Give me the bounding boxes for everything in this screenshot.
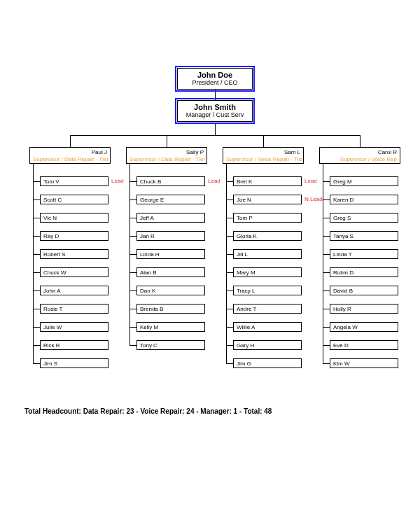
connector — [226, 254, 233, 255]
supervisor-box: Paul JSupervisor / Data Repair - Tier 1 — [29, 147, 111, 164]
connector — [323, 254, 323, 272]
supervisor-name: Sally P — [130, 149, 204, 156]
employee-name: Willie A — [237, 324, 255, 330]
employee-box: Jim G — [233, 358, 302, 368]
connector — [33, 181, 34, 200]
employee-box: George E — [136, 195, 205, 204]
employee-box: John A — [40, 286, 108, 295]
connector — [33, 218, 34, 236]
connector — [360, 135, 360, 147]
employee-name: Chuck B — [140, 178, 161, 185]
employee-name: Scott C — [43, 197, 62, 203]
connector — [323, 345, 323, 363]
employee-box: Jan R — [136, 231, 205, 241]
connector — [33, 254, 34, 272]
employee-name: Joe N — [237, 197, 251, 203]
connector — [130, 290, 136, 291]
connector — [33, 181, 40, 182]
connector — [323, 218, 323, 236]
connector — [215, 122, 216, 135]
connector — [226, 309, 227, 327]
supervisor-box: Carol RSupervisor / Voice Rep — [319, 147, 400, 164]
employee-name: George E — [140, 197, 164, 203]
connector — [33, 272, 40, 273]
employee-name: Kim W — [333, 360, 350, 367]
connector — [33, 164, 34, 181]
connector — [33, 309, 40, 309]
connector — [33, 218, 40, 218]
connector — [130, 345, 136, 346]
employee-name: Dan K — [140, 288, 155, 294]
employee-box: Tanya S — [330, 231, 398, 241]
supervisor-title: Supervisor / Data Repair - Tier 2 — [130, 156, 204, 163]
supervisor-box: Sally PSupervisor / Data Repair - Tier 2 — [126, 147, 207, 164]
connector — [323, 363, 330, 364]
employee-name: David B — [333, 288, 353, 294]
connector — [323, 290, 323, 309]
connector — [226, 327, 233, 328]
connector — [226, 181, 227, 200]
ceo-title: President / CEO — [178, 79, 252, 88]
employee-box: Eve D — [330, 340, 398, 350]
employee-name: Tanya S — [333, 233, 354, 239]
connector — [226, 309, 233, 309]
connector — [226, 345, 233, 346]
supervisor-title: Supervisor / Voice Rep — [323, 156, 397, 163]
employee-name: Jim G — [237, 360, 251, 367]
employee-box: Angela W — [330, 322, 398, 332]
employee-name: Karen D — [333, 197, 354, 203]
connector — [70, 135, 360, 136]
employee-box: Rick R — [40, 340, 108, 350]
employee-box: Jeff A — [136, 213, 205, 223]
role-tag: N Lead — [304, 196, 323, 202]
connector — [226, 254, 227, 272]
employee-name: Greg M — [333, 178, 352, 185]
employee-name: Tracy L — [237, 288, 255, 294]
employee-box: Gary H — [233, 340, 302, 350]
employee-box: Chuck W — [40, 267, 108, 277]
employee-name: Robert S — [43, 251, 66, 258]
employee-name: Robin D — [333, 270, 354, 276]
supervisor-box: Sam LSupervisor / Voice Repair - Tier 1 — [223, 147, 304, 164]
employee-box: Tony C — [136, 340, 205, 350]
connector — [323, 345, 330, 346]
connector — [33, 327, 34, 345]
employee-box: Julie W — [40, 322, 108, 332]
employee-box: Tom V — [40, 176, 108, 186]
employee-box: Gloria K — [233, 231, 302, 241]
supervisor-name: Paul J — [33, 149, 107, 156]
connector — [130, 236, 136, 237]
employee-name: Tony C — [140, 342, 158, 349]
connector — [323, 290, 330, 291]
connector — [33, 290, 40, 291]
role-tag: Lead — [304, 178, 317, 184]
employee-box: Dan K — [136, 286, 205, 295]
connector — [130, 200, 130, 218]
employee-name: Eve D — [333, 342, 349, 349]
employee-name: Tom P — [237, 215, 253, 221]
connector — [226, 200, 227, 218]
connector — [130, 254, 130, 272]
employee-box: Tracy L — [233, 286, 302, 295]
connector — [33, 345, 40, 346]
employee-box: Karen D — [330, 195, 398, 204]
employee-name: Holly R — [333, 306, 351, 312]
connector — [130, 272, 136, 273]
connector — [33, 345, 34, 363]
employee-box: Willie A — [233, 322, 302, 332]
connector — [323, 164, 323, 181]
employee-box: Greg S — [330, 213, 398, 223]
connector — [323, 309, 330, 309]
employee-name: Angela W — [333, 324, 358, 330]
org-chart: John Doe President / CEO John Smith Mana… — [0, 0, 420, 511]
connector — [226, 290, 227, 309]
employee-box: David B — [330, 286, 398, 295]
ceo-name: John Doe — [178, 69, 252, 79]
supervisor-name: Sam L — [226, 149, 300, 156]
connector — [323, 254, 330, 255]
employee-box: Mary M — [233, 267, 302, 277]
connector — [323, 200, 323, 218]
employee-box: Vic N — [40, 213, 108, 223]
employee-name: Bret K — [237, 178, 252, 185]
connector — [323, 200, 330, 200]
